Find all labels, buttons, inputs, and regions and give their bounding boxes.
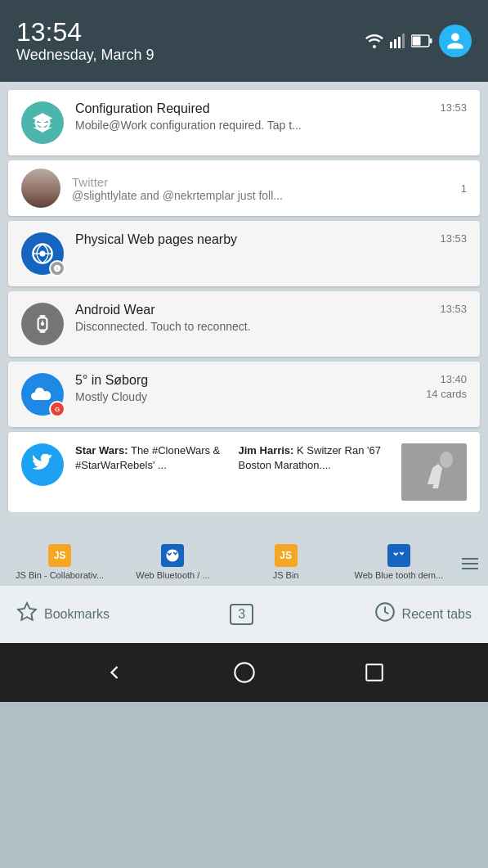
weather-title: 5° in Søborg — [75, 373, 433, 388]
tab-count[interactable]: 3 — [230, 604, 253, 625]
tab-label-web-bt2: Web Blue tooth dem... — [355, 570, 444, 581]
twitter-partial-content: Twitter @slightlylate and @nekrtemplar j… — [72, 175, 450, 202]
tab-item-jsbin1[interactable]: JS JS Bin - Collaborativ... — [5, 544, 114, 586]
status-date: Wednesday, March 9 — [16, 47, 154, 64]
svg-rect-21 — [366, 664, 383, 681]
tab-favicon-jsbin1: JS — [48, 544, 71, 567]
tab-favicon-web-bt2 — [387, 544, 410, 567]
signal-icon — [390, 34, 405, 48]
weather-google-badge: G — [49, 401, 65, 417]
battery-icon — [411, 34, 432, 47]
recent-apps-button[interactable] — [354, 652, 395, 693]
twitter-image — [401, 443, 467, 501]
svg-rect-3 — [402, 34, 405, 48]
twitter-col2-name: Jim Harris: — [239, 444, 294, 456]
recent-tabs-label: Recent tabs — [402, 607, 472, 622]
weather-content: 5° in Søborg 13:40 Mostly Cloudy 14 card… — [75, 373, 467, 403]
notification-twitter-partial[interactable]: Twitter @slightlylate and @nekrtemplar j… — [8, 160, 480, 216]
home-button[interactable] — [224, 652, 265, 693]
weather-time: 13:40 — [440, 373, 467, 385]
physical-web-content: Physical Web pages nearby 13:53 — [75, 232, 467, 247]
config-body: Mobile@Work configuration required. Tap … — [75, 119, 353, 132]
notifications-area: Configuration Required 13:53 Mobile@Work… — [0, 82, 488, 512]
physical-web-icon-container — [21, 232, 64, 275]
android-wear-body: Disconnected. Touch to reconnect. — [75, 320, 353, 333]
twitter-partial-body: @slightlylate and @nekrtemplar just foll… — [72, 189, 450, 202]
twitter-col2: Jim Harris: K Switzer Ran '67 Boston Mar… — [239, 443, 394, 501]
twitter-col1: Star Wars: The #CloneWars & #StarWarRebe… — [75, 443, 231, 501]
svg-marker-18 — [18, 603, 36, 620]
config-title: Configuration Required — [75, 101, 433, 116]
nav-bar — [0, 643, 488, 702]
config-icon — [21, 101, 64, 144]
tab-label-web-bt1: Web Bluetooth / ... — [136, 570, 209, 581]
weather-icon: G — [21, 373, 64, 416]
android-wear-icon — [21, 303, 64, 345]
chrome-bottom-bar: Bookmarks 3 Recent tabs — [0, 586, 488, 643]
twitter-bottom-content: Star Wars: The #CloneWars & #StarWarRebe… — [75, 443, 467, 501]
svg-rect-5 — [430, 38, 432, 43]
svg-point-20 — [235, 663, 253, 681]
svg-rect-0 — [390, 42, 392, 48]
android-wear-content: Android Wear 13:53 Disconnected. Touch t… — [75, 303, 467, 333]
star-icon — [16, 601, 38, 627]
physical-web-badge — [49, 260, 65, 277]
wifi-icon — [365, 34, 383, 48]
notification-physical-web[interactable]: Physical Web pages nearby 13:53 — [8, 221, 480, 286]
tab-item-web-bt2[interactable]: Web Blue tooth dem... — [344, 544, 454, 586]
tab-label-jsbin1: JS Bin - Collaborativ... — [16, 570, 104, 581]
weather-body: Mostly Cloudy — [75, 390, 147, 403]
recent-tabs-button[interactable]: Recent tabs — [374, 601, 472, 627]
clock-icon — [374, 601, 396, 627]
tab-favicon-web-bt1 — [161, 544, 184, 567]
svg-rect-6 — [413, 37, 421, 46]
status-time: 13:54 — [16, 18, 154, 47]
back-button[interactable] — [94, 652, 135, 693]
svg-rect-1 — [394, 39, 396, 48]
physical-web-title: Physical Web pages nearby — [75, 232, 433, 247]
twitter-bottom-icon — [21, 443, 64, 486]
twitter-col1-name: Star Wars: — [75, 444, 128, 456]
android-wear-time: 13:53 — [440, 303, 467, 315]
weather-cards: 14 cards — [426, 388, 467, 403]
twitter-partial-title: Twitter — [72, 175, 450, 189]
twitter-partial-avatar — [21, 169, 60, 208]
status-time-block: 13:54 Wednesday, March 9 — [16, 18, 154, 64]
svg-point-14 — [41, 322, 44, 326]
twitter-partial-count: 1 — [461, 182, 467, 195]
config-time: 13:53 — [440, 101, 467, 114]
avatar[interactable] — [439, 25, 472, 57]
notification-config[interactable]: Configuration Required 13:53 Mobile@Work… — [8, 90, 480, 155]
status-bar: 13:54 Wednesday, March 9 — [0, 0, 488, 82]
notification-android-wear[interactable]: Android Wear 13:53 Disconnected. Touch t… — [8, 291, 480, 357]
status-icons — [365, 25, 472, 57]
physical-web-time: 13:53 — [440, 232, 467, 245]
browser-tabs-row: JS JS Bin - Collaborativ... Web Bluetoot… — [0, 512, 488, 586]
tab-item-web-bt1[interactable]: Web Bluetooth / ... — [118, 544, 227, 586]
bookmarks-button[interactable]: Bookmarks — [16, 601, 110, 627]
notification-weather[interactable]: G 5° in Søborg 13:40 Mostly Cloudy 14 ca… — [8, 362, 480, 427]
bookmarks-label: Bookmarks — [44, 607, 110, 622]
config-content: Configuration Required 13:53 Mobile@Work… — [75, 101, 467, 132]
tab-favicon-jsbin2: JS — [275, 544, 298, 567]
notification-twitter-bottom[interactable]: Star Wars: The #CloneWars & #StarWarRebe… — [8, 432, 480, 512]
svg-point-17 — [440, 452, 453, 468]
hamburger-menu[interactable] — [457, 558, 483, 586]
tab-label-jsbin2: JS Bin — [273, 570, 299, 581]
tab-item-jsbin2[interactable]: JS JS Bin — [231, 544, 341, 586]
android-wear-title: Android Wear — [75, 303, 433, 317]
svg-rect-2 — [398, 37, 401, 48]
